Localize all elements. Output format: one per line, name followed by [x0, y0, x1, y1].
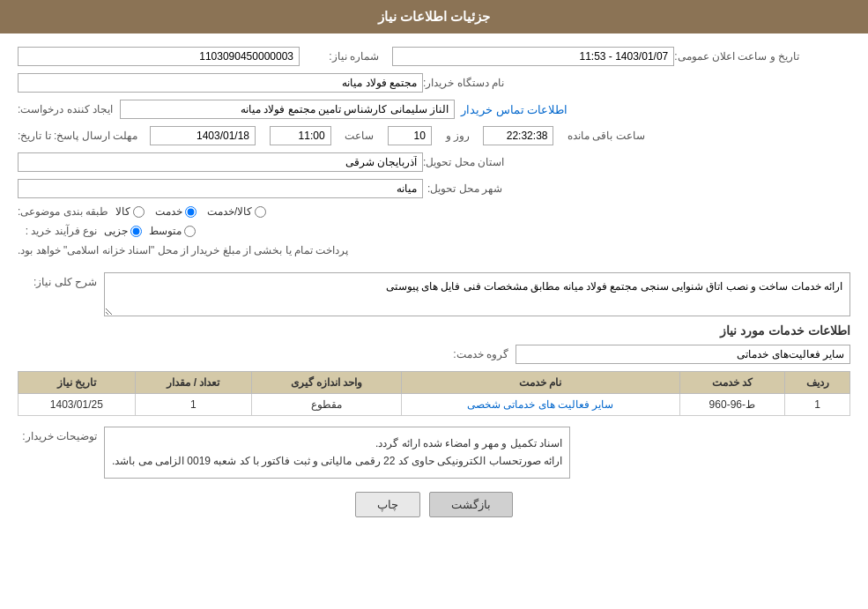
- cell-row: 1: [785, 394, 850, 416]
- buyer-notes-line2: ارائه صورتحساب الکترونیکی حاوی کد 22 رقم…: [112, 452, 562, 470]
- description-textarea[interactable]: [104, 272, 850, 316]
- deadline-date-input[interactable]: [150, 126, 256, 145]
- need-number-input[interactable]: [18, 47, 300, 66]
- buyer-notes-label: توضیحات خریدار:: [18, 430, 97, 442]
- header-title: جزئیات اطلاعات نیاز: [378, 9, 490, 24]
- category-khadamat-label: خدمت: [155, 205, 182, 218]
- col-unit: واحد اندازه گیری: [252, 372, 402, 394]
- creator-input[interactable]: [120, 100, 455, 119]
- city-input[interactable]: [18, 179, 423, 198]
- page-header: جزئیات اطلاعات نیاز: [0, 0, 868, 33]
- cell-quantity: 1: [135, 394, 252, 416]
- process-label: نوع فرآیند خرید :: [18, 225, 97, 237]
- category-kala-option[interactable]: کالا: [115, 205, 145, 218]
- service-group-label: گروه خدمت:: [438, 348, 508, 360]
- process-mottaset-option[interactable]: متوسط: [149, 225, 196, 237]
- category-kala-radio[interactable]: [133, 206, 145, 218]
- service-group-input[interactable]: [516, 345, 850, 364]
- day-input[interactable]: [388, 126, 432, 145]
- buyer-org-label: نام دستگاه خریدار:: [423, 77, 504, 89]
- city-label: شهر محل تحویل:: [423, 182, 502, 195]
- buyer-notes-box: اسناد تکمیل و مهر و امضاء شده ارائه گردد…: [104, 427, 570, 479]
- process-jozi-label: جزیی: [104, 225, 128, 237]
- time-label: ساعت: [345, 130, 374, 142]
- buyer-org-input[interactable]: [18, 73, 423, 93]
- cell-date: 1403/01/25: [19, 394, 136, 416]
- col-name: نام خدمت: [402, 372, 680, 394]
- process-note: پرداخت تمام یا بخشی از مبلغ خریدار از مح…: [18, 241, 348, 260]
- col-date: تاریخ نیاز: [19, 372, 136, 394]
- category-kala-khadamat-option[interactable]: کالا/خدمت: [207, 205, 266, 218]
- buttons-row: بازگشت چاپ: [18, 492, 850, 517]
- description-label: شرح کلی نیاز:: [18, 276, 97, 288]
- buyer-notes-line1: اسناد تکمیل و مهر و امضاء شده ارائه گردد…: [112, 434, 562, 452]
- process-jozi-radio[interactable]: [130, 226, 142, 237]
- announcement-input[interactable]: [392, 47, 674, 66]
- process-jozi-option[interactable]: جزیی: [104, 225, 142, 237]
- day-label: روز و: [446, 130, 470, 142]
- process-type-group: متوسط جزیی: [104, 225, 196, 237]
- category-radio-group: کالا/خدمت خدمت کالا: [115, 205, 266, 218]
- table-row: 1 ط-96-960 سایر فعالیت های خدماتی شخصی م…: [19, 394, 850, 416]
- services-table: ردیف کد خدمت نام خدمت واحد اندازه گیری ت…: [18, 371, 850, 416]
- col-quantity: تعداد / مقدار: [135, 372, 252, 394]
- category-kala-khadamat-radio[interactable]: [255, 206, 266, 218]
- category-label: طبقه بندی موضوعی:: [18, 205, 108, 218]
- creator-label: ایجاد کننده درخواست:: [18, 103, 113, 115]
- province-label: استان محل تحویل:: [423, 156, 504, 168]
- time-input[interactable]: [270, 126, 331, 145]
- category-khadamat-radio[interactable]: [185, 206, 197, 218]
- category-kala-label: کالا: [115, 205, 130, 218]
- process-mottaset-radio[interactable]: [184, 226, 196, 237]
- deadline-label: مهلت ارسال پاسخ: تا تاریخ:: [18, 130, 137, 142]
- cell-unit: مقطوع: [252, 394, 402, 416]
- back-button[interactable]: بازگشت: [429, 492, 513, 517]
- services-section-title: اطلاعات خدمات مورد نیاز: [18, 323, 850, 338]
- announcement-label: تاریخ و ساعت اعلان عمومی:: [674, 50, 799, 63]
- province-input[interactable]: [18, 152, 423, 172]
- need-number-label: شماره نیاز:: [300, 50, 379, 63]
- category-kala-khadamat-label: کالا/خدمت: [207, 205, 252, 218]
- contact-link-text: اطلاعات تماس خریدار: [461, 103, 568, 116]
- process-mottaset-label: متوسط: [149, 225, 182, 237]
- col-row: ردیف: [785, 372, 850, 394]
- col-code: کد خدمت: [679, 372, 784, 394]
- contact-link[interactable]: اطلاعات تماس خریدار: [461, 103, 568, 116]
- cell-name: سایر فعالیت های خدماتی شخصی: [402, 394, 680, 416]
- cell-code: ط-96-960: [679, 394, 784, 416]
- print-button[interactable]: چاپ: [355, 492, 420, 517]
- category-khadamat-option[interactable]: خدمت: [155, 205, 197, 218]
- remaining-time-input[interactable]: [483, 126, 553, 145]
- remaining-label: ساعت باقی مانده: [568, 130, 645, 142]
